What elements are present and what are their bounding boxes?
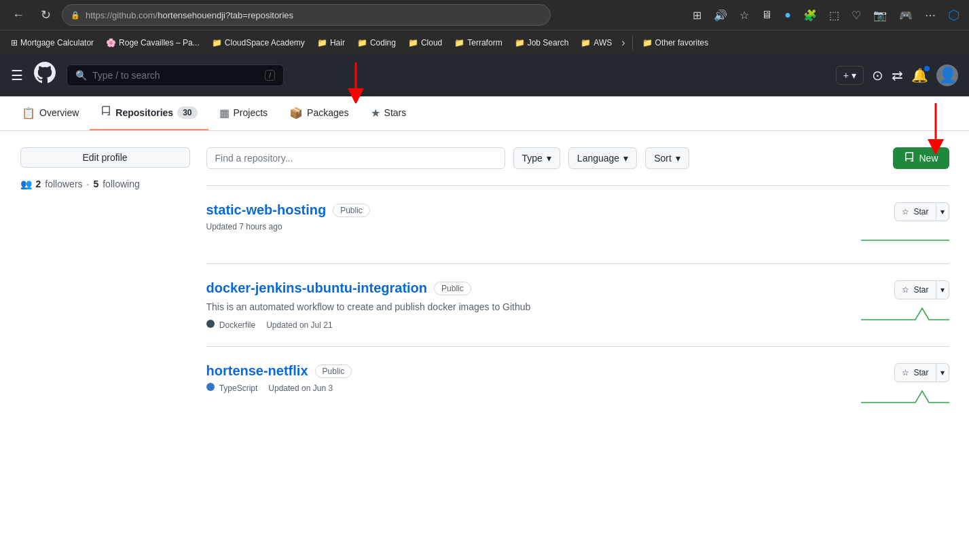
repo-lang-indicator: TypeScript bbox=[206, 383, 258, 393]
star-button-group: ☆ Star ▾ bbox=[894, 363, 949, 382]
tab-packages-label: Packages bbox=[307, 107, 348, 118]
new-repo-label: New bbox=[919, 153, 938, 164]
star-button[interactable]: ☆ Star bbox=[894, 363, 936, 382]
edit-profile-button[interactable]: Edit profile bbox=[20, 147, 190, 168]
followers-label: followers bbox=[45, 179, 82, 189]
folder-hair-icon: 📁 bbox=[317, 38, 327, 48]
bookmark-other-label: Other favorites bbox=[655, 38, 709, 48]
star-dropdown-chevron-icon: ▾ bbox=[940, 368, 945, 377]
repo-sparkline bbox=[861, 227, 949, 247]
bookmark-terraform[interactable]: 📁 Terraform bbox=[449, 35, 507, 50]
bookmark-mortgage[interactable]: ⊞ Mortgage Calculator bbox=[5, 35, 99, 50]
bookmark-job-search[interactable]: 📁 Job Search bbox=[509, 35, 574, 50]
repo-search-input[interactable] bbox=[206, 147, 505, 169]
repo-meta: TypeScript Updated on Jun 3 bbox=[206, 383, 861, 393]
star-dropdown-chevron-icon: ▾ bbox=[940, 207, 945, 217]
repo-meta: Updated 7 hours ago bbox=[206, 222, 861, 231]
type-filter-button[interactable]: Type ▾ bbox=[513, 147, 560, 169]
lang-color-dot bbox=[206, 383, 215, 391]
type-chevron-icon: ▾ bbox=[547, 153, 551, 164]
pull-requests-icon[interactable]: ⇄ bbox=[892, 67, 903, 83]
star-dropdown-button[interactable]: ▾ bbox=[936, 280, 949, 299]
edge-icon[interactable]: ⬡ bbox=[945, 4, 962, 26]
github-header: ☰ 🔍 Type / to search / + ▾ ⊙ ⇄ 🔔 👤 bbox=[0, 54, 969, 96]
bookmark-roge[interactable]: 🌸 Roge Cavailles – Pa... bbox=[100, 35, 205, 50]
type-filter-label: Type bbox=[522, 153, 543, 164]
lang-color-dot bbox=[206, 320, 215, 328]
bookmark-cloudspace[interactable]: 📁 CloudSpace Academy bbox=[206, 35, 310, 50]
language-filter-button[interactable]: Language ▾ bbox=[568, 147, 637, 169]
bookmark-aws[interactable]: 📁 AWS bbox=[575, 35, 617, 50]
bookmark-hair-label: Hair bbox=[330, 38, 345, 48]
language-chevron-icon: ▾ bbox=[623, 153, 628, 164]
avatar-image: 👤 bbox=[938, 67, 957, 84]
split-tab-icon[interactable]: ⊞ bbox=[690, 6, 704, 24]
repo-name-link[interactable]: docker-jenkins-ubuntu-integration bbox=[206, 280, 428, 296]
notifications-icon[interactable]: 🔔 bbox=[911, 67, 928, 83]
sidebar-icon[interactable]: ⬚ bbox=[826, 6, 842, 24]
sort-chevron-icon: ▾ bbox=[676, 153, 680, 164]
repo-item: docker-jenkins-ubuntu-integration Public… bbox=[206, 263, 949, 346]
github-logo[interactable] bbox=[34, 62, 56, 89]
repo-name-link[interactable]: hortense-netflix bbox=[206, 363, 308, 379]
follower-info: 👥 2 followers · 5 following bbox=[20, 179, 190, 189]
add-new-button[interactable]: + ▾ bbox=[836, 66, 864, 85]
repo-name-link[interactable]: static-web-hosting bbox=[206, 202, 327, 218]
repo-list: static-web-hosting Public Updated 7 hour… bbox=[206, 185, 949, 424]
back-button[interactable]: ← bbox=[7, 5, 30, 25]
issues-icon[interactable]: ⊙ bbox=[872, 67, 883, 83]
screenshot-icon[interactable]: 📷 bbox=[871, 6, 890, 24]
address-bar[interactable]: 🔒 https://github.com/hortensehouendji?ta… bbox=[62, 4, 551, 26]
favorites-star-icon[interactable]: ♡ bbox=[849, 6, 864, 24]
notification-dot bbox=[924, 66, 930, 71]
bookmark-mortgage-label: Mortgage Calculator bbox=[20, 38, 94, 48]
star-button[interactable]: ☆ Star bbox=[894, 280, 936, 299]
language-filter-label: Language bbox=[577, 153, 619, 164]
sort-filter-button[interactable]: Sort ▾ bbox=[645, 147, 689, 169]
new-repo-plus-icon bbox=[904, 152, 915, 165]
tab-packages[interactable]: 📦 Packages bbox=[278, 96, 359, 130]
bookmark-cloud[interactable]: 📁 Cloud bbox=[403, 35, 447, 50]
tab-projects[interactable]: ▦ Projects bbox=[208, 96, 279, 130]
bookmarks-chevron-icon[interactable]: › bbox=[619, 34, 627, 52]
search-bar[interactable]: 🔍 Type / to search / bbox=[67, 64, 284, 86]
hamburger-menu-button[interactable]: ☰ bbox=[11, 67, 23, 83]
bookmark-coding[interactable]: 📁 Coding bbox=[352, 35, 401, 50]
bookmark-other-favorites[interactable]: 📁 Other favorites bbox=[637, 35, 714, 50]
favorites-icon[interactable]: ☆ bbox=[737, 6, 752, 24]
new-repo-button[interactable]: New bbox=[893, 147, 949, 169]
plus-icon: + bbox=[843, 70, 849, 81]
followers-count[interactable]: 2 bbox=[36, 179, 41, 189]
tab-stars[interactable]: ★ Stars bbox=[360, 96, 418, 130]
repo-item-right: ☆ Star ▾ bbox=[861, 202, 949, 247]
star-icon: ☆ bbox=[902, 368, 909, 377]
extensions-icon[interactable]: 🧩 bbox=[801, 6, 820, 24]
avatar[interactable]: 👤 bbox=[936, 64, 958, 86]
refresh-button[interactable]: ↻ bbox=[35, 5, 56, 25]
bookmark-cloud-label: Cloud bbox=[421, 38, 442, 48]
repo-updated-text: Updated on Jul 21 bbox=[266, 320, 332, 330]
more-icon[interactable]: ⋯ bbox=[922, 6, 938, 24]
folder-cloud-icon: 📁 bbox=[408, 38, 418, 48]
sort-filter-label: Sort bbox=[654, 153, 672, 164]
star-button[interactable]: ☆ Star bbox=[894, 202, 936, 221]
reading-mode-icon[interactable]: 🔊 bbox=[711, 6, 730, 24]
browser-chrome: ← ↻ 🔒 https://github.com/hortensehouendj… bbox=[0, 0, 969, 30]
header-right-actions: + ▾ ⊙ ⇄ 🔔 👤 bbox=[836, 64, 958, 86]
star-dropdown-button[interactable]: ▾ bbox=[936, 202, 949, 221]
collections-icon[interactable]: 🖥 bbox=[758, 6, 775, 24]
repo-visibility-badge: Public bbox=[434, 282, 471, 295]
repo-language: Dockerfile bbox=[219, 320, 255, 330]
profile-icon[interactable]: ● bbox=[782, 6, 794, 24]
following-count[interactable]: 5 bbox=[93, 179, 98, 189]
star-label: Star bbox=[913, 285, 928, 295]
tab-repositories[interactable]: Repositories 30 bbox=[90, 96, 208, 130]
repo-filters: Type ▾ Language ▾ Sort ▾ New bbox=[206, 147, 949, 169]
repo-item-left: docker-jenkins-ubuntu-integration Public… bbox=[206, 280, 861, 330]
tab-overview[interactable]: 📋 Overview bbox=[11, 96, 90, 130]
star-icon: ☆ bbox=[902, 207, 909, 217]
star-dropdown-button[interactable]: ▾ bbox=[936, 363, 949, 382]
repo-lang-indicator: Dockerfile bbox=[206, 320, 256, 330]
gamebar-icon[interactable]: 🎮 bbox=[896, 6, 915, 24]
bookmark-hair[interactable]: 📁 Hair bbox=[312, 35, 350, 50]
